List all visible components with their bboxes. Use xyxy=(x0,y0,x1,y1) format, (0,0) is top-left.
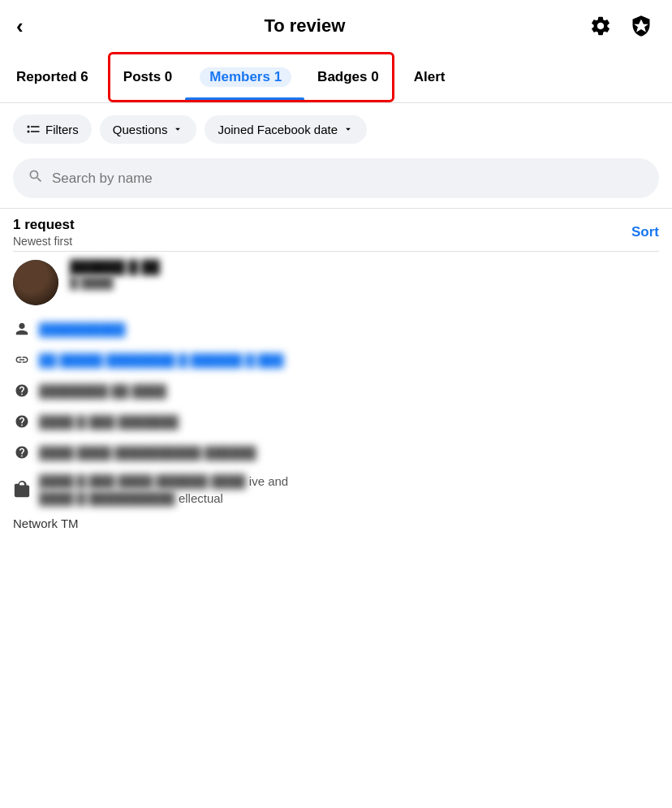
detail-row-4: ████ █ ███ ███████ xyxy=(0,406,672,437)
gear-icon[interactable] xyxy=(586,11,615,41)
page-title: To review xyxy=(264,15,345,37)
question-icon-2 xyxy=(13,413,31,430)
shield-icon[interactable] xyxy=(627,11,656,41)
tab-posts[interactable]: Posts 0 xyxy=(110,56,185,98)
chevron-down-icon xyxy=(172,123,183,135)
suffix-text-1: ive and xyxy=(249,474,288,488)
search-bar xyxy=(13,158,659,198)
blurred-text-1: ████ █ ███ ████ ██████ ████ xyxy=(39,474,246,488)
tabs-highlighted-group: Posts 0 Members 1 Badges 0 xyxy=(108,52,394,102)
question-icon-1 xyxy=(13,382,31,400)
detail-text-4: ████ █ ███ ███████ xyxy=(39,415,179,429)
link-icon xyxy=(13,351,31,369)
bag-icon xyxy=(13,481,31,499)
filters-row: Filters Questions Joined Facebook date xyxy=(0,103,672,155)
back-button[interactable]: ‹ xyxy=(16,14,24,39)
bottom-line-2: ████ █ ██████████ ellectual xyxy=(39,491,659,505)
detail-text-1: ██████████ xyxy=(39,322,125,336)
joined-facebook-date-label: Joined Facebook date xyxy=(218,123,338,136)
questions-button[interactable]: Questions xyxy=(100,115,197,144)
bottom-content-block: ████ █ ███ ████ ██████ ████ ive and ████… xyxy=(39,474,659,505)
header-icons xyxy=(586,11,656,41)
suffix-text-2: ellectual xyxy=(179,491,223,505)
filters-button[interactable]: Filters xyxy=(13,115,92,144)
question-icon-3 xyxy=(13,443,31,461)
request-count: 1 request xyxy=(13,217,75,233)
chevron-down-icon-2 xyxy=(342,123,354,135)
detail-text-3: ████████ ██ ████ xyxy=(39,384,166,398)
filters-icon xyxy=(26,122,41,136)
joined-facebook-date-button[interactable]: Joined Facebook date xyxy=(205,115,367,144)
members-badge: Members 1 xyxy=(200,67,291,87)
search-input[interactable] xyxy=(52,171,644,187)
network-text: Network TM xyxy=(0,512,672,535)
sort-button[interactable]: Sort xyxy=(631,224,659,240)
tabs-row: Reported 6 Posts 0 Members 1 Badges 0 Al… xyxy=(0,52,672,103)
member-name: ██████ █ ██ xyxy=(70,260,659,274)
header: ‹ To review xyxy=(0,0,672,52)
svg-point-0 xyxy=(28,126,30,128)
filters-label: Filters xyxy=(45,123,79,136)
detail-row-3: ████████ ██ ████ xyxy=(0,375,672,406)
tab-alerts[interactable]: Alert xyxy=(398,56,462,98)
detail-row-5: ████ ████ ██████████ ██████ xyxy=(0,437,672,468)
request-count-row: 1 request Newest first Sort xyxy=(0,208,672,251)
detail-row-6: ████ █ ███ ████ ██████ ████ ive and ████… xyxy=(0,468,672,512)
detail-text-5: ████ ████ ██████████ ██████ xyxy=(39,446,256,460)
request-info: 1 request Newest first xyxy=(13,217,75,248)
svg-point-1 xyxy=(28,131,30,133)
detail-row-1: ██████████ xyxy=(0,313,672,344)
avatar xyxy=(13,260,58,305)
detail-text-2: ██ █████ ████████ █ ██████ █ ███ xyxy=(39,353,283,367)
member-subtitle: █ ████ xyxy=(70,276,659,289)
tab-badges[interactable]: Badges 0 xyxy=(304,56,392,98)
person-icon xyxy=(13,320,31,338)
member-info: ██████ █ ██ █ ████ xyxy=(70,260,659,289)
tab-members[interactable]: Members 1 xyxy=(185,54,304,100)
avatar-image xyxy=(13,260,58,305)
search-icon xyxy=(28,168,44,188)
blurred-text-2: ████ █ ██████████ xyxy=(39,491,175,505)
member-item: ██████ █ ██ █ ████ xyxy=(0,252,672,313)
bottom-line-1: ████ █ ███ ████ ██████ ████ ive and xyxy=(39,474,659,488)
tab-reported[interactable]: Reported 6 xyxy=(0,56,105,98)
sort-order: Newest first xyxy=(13,235,75,248)
questions-label: Questions xyxy=(113,123,168,136)
detail-row-2: ██ █████ ████████ █ ██████ █ ███ xyxy=(0,344,672,375)
